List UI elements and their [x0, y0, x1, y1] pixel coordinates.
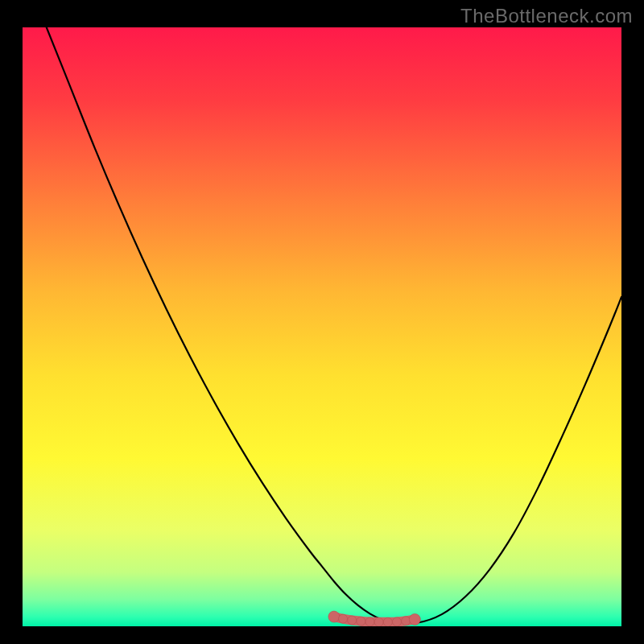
valley-marker-dot — [409, 613, 420, 625]
chart-frame: TheBottleneck.com — [0, 0, 644, 644]
plot-area — [23, 27, 621, 626]
valley-marker-dot — [383, 617, 392, 626]
valley-marker-dot — [365, 617, 374, 626]
gradient-background — [23, 27, 621, 626]
valley-marker-dot — [393, 617, 402, 626]
valley-marker-dot — [348, 616, 357, 625]
valley-marker-dot — [357, 617, 365, 625]
watermark-text: TheBottleneck.com — [460, 5, 633, 27]
valley-marker-dot — [374, 617, 383, 626]
valley-marker-dot — [328, 611, 340, 622]
valley-marker-dot — [402, 617, 411, 625]
valley-marker-dot — [339, 614, 348, 623]
chart-svg — [23, 27, 621, 626]
